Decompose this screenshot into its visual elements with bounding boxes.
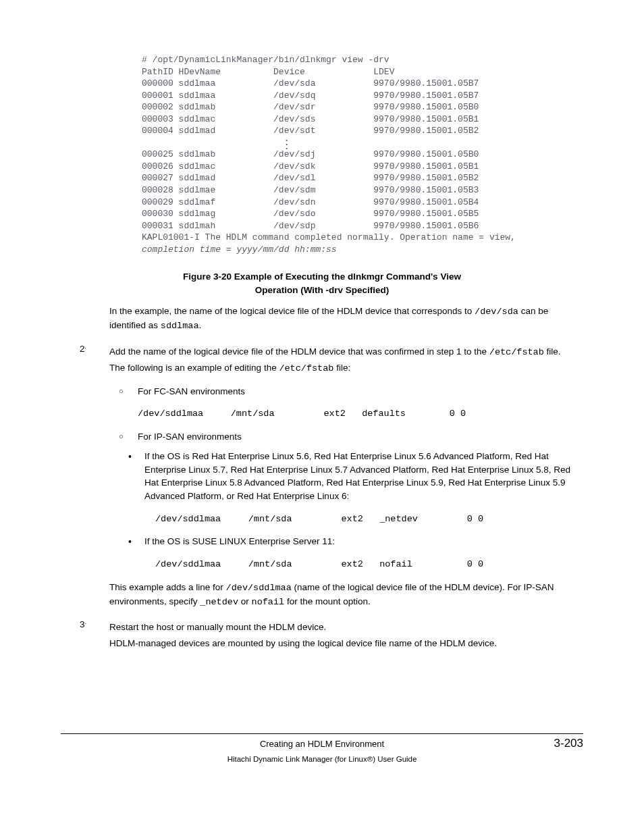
footer-rule <box>61 733 583 734</box>
step-3-line2: HDLM-managed devices are mounted by usin… <box>109 637 497 650</box>
terminal-row: 000031 sddlmah /dev/sdp 9970/9980.15001.… <box>142 220 583 232</box>
page-number: 3-203 <box>529 735 583 752</box>
terminal-row: 000030 sddlmag /dev/sdo 9970/9980.15001.… <box>142 208 583 220</box>
bullet-ip-san: ○ For IP-SAN environments <box>119 430 242 444</box>
terminal-command: # /opt/DynamicLinkManager/bin/dlnkmgr vi… <box>142 54 583 66</box>
code-suse: /dev/sddlmaa /mnt/sda ext2 nofail 0 0 <box>155 558 583 571</box>
num: 3 <box>80 619 85 629</box>
terminal-row: 000027 sddlmad /dev/sdl 9970/9980.15001.… <box>142 172 583 184</box>
text: file: <box>333 363 350 373</box>
circle-bullet-icon: ○ <box>119 430 138 444</box>
step-2-text: Add the name of the logical device file … <box>109 345 561 359</box>
inline-code: /etc/fstab <box>489 347 544 357</box>
step-2: 2. Add the name of the logical device fi… <box>80 342 561 378</box>
list-marker: 2. <box>80 342 109 378</box>
terminal-row: 000025 sddlmab /dev/sdj 9970/9980.15001.… <box>142 149 583 161</box>
terminal-header: PathID HDevName Device LDEV <box>142 66 583 78</box>
terminal-row: 000003 sddlmac /dev/sds 9970/9980.15001.… <box>142 113 583 126</box>
figure-caption-line1: Figure 3-20 Example of Executing the dln… <box>183 271 461 282</box>
inline-code: _netdev <box>200 597 238 607</box>
text: This example adds a line for <box>109 582 226 592</box>
inline-code: nofail <box>252 597 285 607</box>
terminal-row: 000001 sddlmaa /dev/sdq 9970/9980.15001.… <box>142 90 583 102</box>
text: In the example, the name of the logical … <box>109 306 475 316</box>
bullet-text: For FC-SAN environments <box>138 385 245 398</box>
sub-bullet-suse: • If the OS is SUSE LINUX Enterprise Ser… <box>128 535 335 548</box>
text: . <box>199 320 202 330</box>
intro-paragraph: In the example, the name of the logical … <box>109 305 583 332</box>
page-footer: Creating an HDLM Environment 3-203 Hitac… <box>61 733 583 764</box>
figure-caption: Figure 3-20 Example of Executing the dln… <box>61 270 583 296</box>
outro-paragraph: This example adds a line for /dev/sddlma… <box>109 581 583 608</box>
inline-code: /etc/fstab <box>279 363 333 373</box>
terminal-row: 000029 sddlmaf /dev/sdn 9970/9980.15001.… <box>142 197 583 209</box>
terminal-row: 000002 sddlmab /dev/sdr 9970/9980.15001.… <box>142 101 583 113</box>
vertical-ellipsis-icon: . . . <box>142 137 583 149</box>
text: for the mount option. <box>284 596 371 606</box>
step-3-line1: Restart the host or manually mount the H… <box>109 621 497 634</box>
footer-doc-title: Hitachi Dynamic Link Manager (for Linux®… <box>61 754 583 765</box>
footer-section-title: Creating an HDLM Environment <box>115 738 529 751</box>
terminal-message: completion time = yyyy/mm/dd hh:mm:ss <box>142 244 583 256</box>
step-3: 3. Restart the host or manually mount th… <box>80 618 497 652</box>
terminal-row: 000028 sddlmae /dev/sdm 9970/9980.15001.… <box>142 184 583 197</box>
inline-code: /dev/sda <box>475 307 518 317</box>
sub-bullet-text: If the OS is SUSE LINUX Enterprise Serve… <box>144 535 335 548</box>
terminal-row: 000000 sddlmaa /dev/sda 9970/9980.15001.… <box>142 78 583 90</box>
inline-code: sddlmaa <box>161 321 199 331</box>
text: or <box>238 596 252 606</box>
dot: . <box>85 343 87 350</box>
bullet-fc-san: ○ For FC-SAN environments <box>119 385 245 398</box>
text: The following is an example of editing t… <box>109 363 279 373</box>
step-2-example-intro: The following is an example of editing t… <box>109 361 561 375</box>
inline-code: /dev/sddlmaa <box>226 583 292 593</box>
bullet-text: For IP-SAN environments <box>138 430 242 444</box>
sub-bullet-rhel: • If the OS is Red Hat Enterprise Linux … <box>128 450 583 502</box>
figure-caption-line2: Operation (With -drv Specified) <box>255 285 390 295</box>
text: Add the name of the logical device file … <box>109 346 489 357</box>
filled-bullet-icon: • <box>128 535 144 548</box>
code-fc-san: /dev/sddlmaa /mnt/sda ext2 defaults 0 0 <box>138 407 583 421</box>
list-marker: 3. <box>80 618 109 652</box>
sub-bullet-text: If the OS is Red Hat Enterprise Linux 5.… <box>144 450 583 502</box>
terminal-output: # /opt/DynamicLinkManager/bin/dlnkmgr vi… <box>61 54 583 255</box>
text: file. <box>544 346 561 357</box>
terminal-row: 000026 sddlmac /dev/sdk 9970/9980.15001.… <box>142 161 583 173</box>
dot: . <box>85 619 87 625</box>
code-rhel: /dev/sddlmaa /mnt/sda ext2 _netdev 0 0 <box>155 513 583 526</box>
circle-bullet-icon: ○ <box>119 385 138 398</box>
num: 2 <box>80 344 85 354</box>
terminal-message: KAPL01001-I The HDLM command completed n… <box>142 232 583 244</box>
filled-bullet-icon: • <box>128 450 144 502</box>
